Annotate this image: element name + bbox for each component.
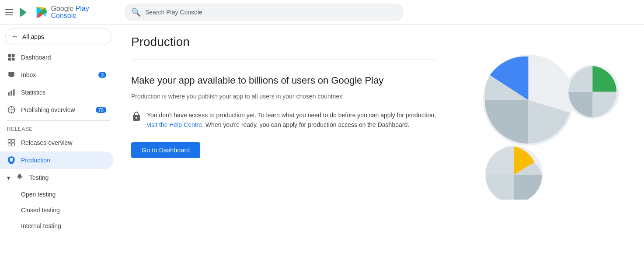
sidebar-item-dashboard-label: Dashboard bbox=[21, 54, 51, 61]
info-text-after-link: . When you're ready, you can apply for p… bbox=[202, 121, 409, 128]
svg-rect-4 bbox=[12, 58, 15, 61]
sidebar-item-testing[interactable]: ▾ Testing bbox=[0, 169, 117, 186]
logo-text: Google Play Console bbox=[51, 5, 112, 19]
google-play-logo-icon bbox=[35, 4, 49, 20]
promo-heading: Make your app available to billions of u… bbox=[131, 74, 393, 88]
arrow-left-icon: ← bbox=[11, 32, 19, 41]
statistics-icon bbox=[7, 88, 16, 97]
sidebar-item-closed-testing[interactable]: Closed testing bbox=[0, 202, 117, 218]
dashboard-icon bbox=[7, 53, 16, 62]
sidebar-item-publishing-overview[interactable]: Publishing overview 70 bbox=[0, 101, 113, 119]
info-text-before-link: You don't have access to production yet.… bbox=[147, 112, 436, 119]
go-to-dashboard-button[interactable]: Go to Dashboard bbox=[131, 142, 200, 158]
sidebar-item-closed-testing-label: Closed testing bbox=[21, 207, 60, 214]
svg-rect-5 bbox=[8, 92, 10, 96]
sidebar-item-releases-label: Releases overview bbox=[21, 139, 73, 146]
svg-rect-2 bbox=[12, 54, 15, 57]
sidebar-item-publishing-label: Publishing overview bbox=[21, 106, 75, 113]
search-icon: 🔍 bbox=[131, 7, 141, 17]
sidebar-item-inbox[interactable]: Inbox 3 bbox=[0, 66, 113, 84]
release-section-label: Release bbox=[0, 123, 117, 134]
sidebar-header: Google Play Console bbox=[0, 0, 117, 25]
svg-rect-6 bbox=[10, 91, 12, 96]
promo-sub: Production is where you publish your app… bbox=[131, 93, 437, 100]
svg-rect-10 bbox=[12, 140, 15, 143]
sidebar-item-inbox-label: Inbox bbox=[21, 71, 36, 78]
circles-svg bbox=[464, 42, 630, 200]
sidebar-item-internal-testing-label: Internal testing bbox=[21, 222, 61, 229]
releases-icon bbox=[7, 138, 16, 147]
svg-rect-1 bbox=[8, 54, 11, 57]
svg-rect-3 bbox=[8, 58, 11, 61]
inbox-badge: 3 bbox=[98, 72, 106, 78]
hamburger-menu[interactable] bbox=[5, 7, 15, 18]
svg-rect-9 bbox=[8, 140, 11, 143]
all-apps-button[interactable]: ← All apps bbox=[5, 28, 111, 45]
sidebar-item-statistics-label: Statistics bbox=[21, 89, 45, 96]
content-area: Production Make your app available to bi… bbox=[117, 25, 644, 253]
page-title: Production bbox=[131, 35, 437, 49]
testing-chevron-icon: ▾ bbox=[7, 174, 10, 181]
sidebar-item-production[interactable]: Production bbox=[0, 151, 113, 169]
main-content: 🔍 Production Make your app available to … bbox=[117, 0, 644, 253]
logo: Google Play Console bbox=[18, 4, 111, 20]
sidebar-item-dashboard[interactable]: Dashboard bbox=[0, 49, 113, 66]
sidebar-item-releases-overview[interactable]: Releases overview bbox=[0, 134, 113, 151]
divider bbox=[7, 120, 110, 121]
info-box: You don't have access to production yet.… bbox=[131, 110, 437, 130]
testing-icon bbox=[15, 173, 24, 183]
info-text: You don't have access to production yet.… bbox=[147, 110, 437, 130]
sidebar-item-statistics[interactable]: Statistics bbox=[0, 84, 113, 101]
sidebar-item-testing-label: Testing bbox=[29, 174, 49, 181]
svg-rect-12 bbox=[12, 143, 15, 146]
content-left: Production Make your app available to bi… bbox=[131, 35, 437, 242]
all-apps-label: All apps bbox=[22, 33, 44, 40]
sidebar-item-open-testing[interactable]: Open testing bbox=[0, 186, 117, 202]
play-logo-icon bbox=[18, 4, 33, 20]
help-centre-link[interactable]: visit the Help Centre bbox=[147, 121, 202, 128]
top-bar: 🔍 bbox=[117, 0, 644, 25]
search-input[interactable] bbox=[145, 9, 397, 16]
production-icon bbox=[7, 156, 16, 165]
svg-rect-11 bbox=[8, 143, 11, 146]
lock-icon bbox=[131, 111, 142, 122]
sidebar-item-production-label: Production bbox=[21, 157, 50, 164]
search-bar[interactable]: 🔍 bbox=[124, 4, 404, 21]
illustration bbox=[464, 42, 630, 200]
publishing-badge: 70 bbox=[96, 107, 106, 113]
sidebar-item-internal-testing[interactable]: Internal testing bbox=[0, 218, 117, 234]
divider-line bbox=[131, 60, 437, 60]
sidebar: Google Play Console ← All apps Dashboard… bbox=[0, 0, 117, 253]
sidebar-item-open-testing-label: Open testing bbox=[21, 191, 56, 198]
inbox-icon bbox=[7, 70, 16, 79]
svg-rect-7 bbox=[13, 89, 14, 95]
publishing-icon bbox=[7, 105, 16, 114]
